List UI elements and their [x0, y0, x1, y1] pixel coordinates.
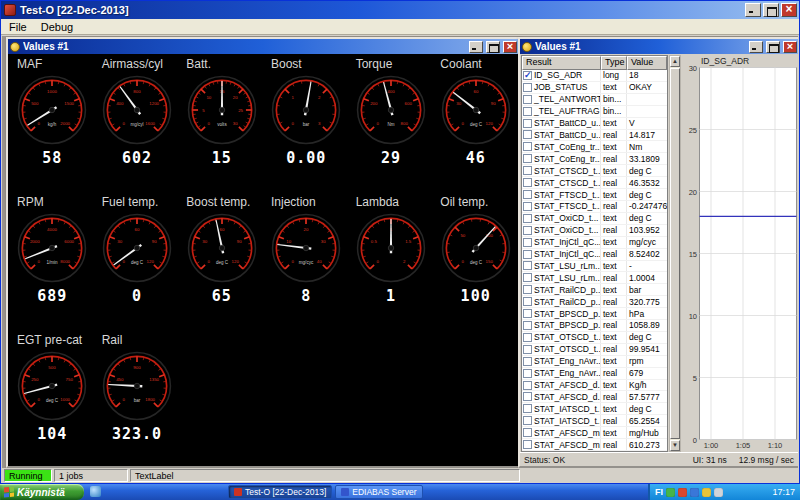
table-row[interactable]: STAT_InjCtl_qC...textmg/cyc: [522, 237, 667, 249]
minimize-button[interactable]: [745, 3, 761, 17]
table-row[interactable]: STAT_OxiCD_t...textdeg C: [522, 213, 667, 225]
row-checkbox[interactable]: [523, 440, 532, 449]
table-row[interactable]: STAT_CoEng_tr...textNm: [522, 141, 667, 153]
tray-icon-3[interactable]: [690, 488, 699, 497]
table-row[interactable]: STAT_LSU_rLm...text-: [522, 261, 667, 273]
table-row[interactable]: STAT_AFSCD_m...textmg/Hub: [522, 427, 667, 439]
table-row[interactable]: STAT_RailCD_p...textbar: [522, 284, 667, 296]
taskbar-clock[interactable]: 17:17: [772, 487, 795, 497]
close-button[interactable]: [781, 3, 797, 17]
table-row[interactable]: STAT_AFSCD_d...textKg/h: [522, 380, 667, 392]
row-checkbox[interactable]: [523, 190, 532, 199]
table-row[interactable]: ✓ID_SG_ADRlong18: [522, 70, 667, 82]
minimize-button[interactable]: [749, 41, 763, 53]
table-row[interactable]: JOB_STATUStextOKAY: [522, 82, 667, 94]
table-row[interactable]: STAT_BattCD_u...textV: [522, 118, 667, 130]
column-header-value[interactable]: Value: [627, 56, 667, 70]
row-checkbox[interactable]: [523, 392, 532, 401]
table-row[interactable]: STAT_CTSCD_t...textdeg C: [522, 165, 667, 177]
table-row[interactable]: STAT_FTSCD_t...textdeg C: [522, 189, 667, 201]
row-checkbox[interactable]: [523, 404, 532, 413]
row-checkbox[interactable]: [523, 130, 532, 139]
row-checkbox[interactable]: [523, 83, 532, 92]
row-checkbox[interactable]: [523, 142, 532, 151]
row-checkbox[interactable]: [523, 214, 532, 223]
close-button[interactable]: [783, 41, 797, 53]
row-checkbox[interactable]: [523, 285, 532, 294]
table-row[interactable]: STAT_IATSCD_t...real65.2554: [522, 415, 667, 427]
minimize-button[interactable]: [469, 41, 483, 53]
table-row[interactable]: STAT_OxiCD_t...real103.952: [522, 225, 667, 237]
quick-launch-icon[interactable]: [90, 486, 101, 497]
row-checkbox[interactable]: [523, 95, 532, 104]
row-checkbox[interactable]: [523, 357, 532, 366]
row-checkbox[interactable]: [523, 273, 532, 282]
table-row[interactable]: STAT_IATSCD_t...textdeg C: [522, 403, 667, 415]
gauge-window-titlebar[interactable]: Values #1: [8, 39, 518, 54]
column-header-result[interactable]: Result: [522, 56, 601, 70]
table-scrollbar[interactable]: ▲ ▼: [669, 55, 681, 452]
maximize-button[interactable]: [763, 3, 779, 17]
tray-icon-5[interactable]: [714, 488, 723, 497]
table-row[interactable]: STAT_InjCtl_qC...real8.52402: [522, 249, 667, 261]
table-row[interactable]: STAT_AFSCD_d...real57.5777: [522, 391, 667, 403]
result-type: text: [601, 118, 627, 129]
row-checkbox[interactable]: [523, 428, 532, 437]
tray-icon-2[interactable]: [678, 488, 687, 497]
table-row[interactable]: STAT_CoEng_tr...real33.1809: [522, 153, 667, 165]
main-titlebar[interactable]: Test-O [22-Dec-2013]: [1, 1, 799, 19]
table-row[interactable]: STAT_AFSCD_m...real610.273: [522, 439, 667, 451]
tray-icon-1[interactable]: [666, 488, 675, 497]
scrollbar-thumb[interactable]: [670, 68, 680, 439]
result-type: text: [601, 332, 627, 343]
tray-icon-4[interactable]: [702, 488, 711, 497]
scroll-down-arrow-icon[interactable]: ▼: [670, 440, 680, 451]
row-checkbox[interactable]: [523, 416, 532, 425]
row-checkbox[interactable]: [523, 250, 532, 259]
menu-file[interactable]: File: [2, 20, 34, 34]
table-row[interactable]: STAT_OTSCD_t...real99.9541: [522, 344, 667, 356]
table-row[interactable]: _TEL_AUFTRAGbin...: [522, 106, 667, 118]
table-row[interactable]: STAT_CTSCD_t...real46.3532: [522, 177, 667, 189]
row-checkbox[interactable]: [523, 309, 532, 318]
row-checkbox[interactable]: [523, 261, 532, 270]
row-checkbox[interactable]: [523, 333, 532, 342]
table-row[interactable]: STAT_BPSCD_p...texthPa: [522, 308, 667, 320]
table-row[interactable]: STAT_LSU_rLm...real1.0004: [522, 272, 667, 284]
table-window-titlebar[interactable]: Values #1: [520, 39, 798, 54]
maximize-button[interactable]: [486, 41, 500, 53]
table-row[interactable]: STAT_BPSCD_p...real1058.89: [522, 320, 667, 332]
scroll-up-arrow-icon[interactable]: ▲: [670, 56, 680, 67]
taskbar-task[interactable]: Test-O [22-Dec-2013]: [228, 485, 332, 499]
row-checkbox[interactable]: [523, 238, 532, 247]
taskbar-task[interactable]: EDIABAS Server: [335, 485, 422, 499]
row-checkbox[interactable]: [523, 321, 532, 330]
row-checkbox[interactable]: [523, 107, 532, 116]
row-checkbox[interactable]: [523, 178, 532, 187]
row-checkbox[interactable]: [523, 345, 532, 354]
row-checkbox[interactable]: [523, 166, 532, 175]
row-checkbox[interactable]: [523, 297, 532, 306]
row-checkbox[interactable]: [523, 119, 532, 128]
start-button[interactable]: Käynnistä: [0, 484, 84, 500]
table-row[interactable]: STAT_Eng_nAvr...real679: [522, 368, 667, 380]
table-row[interactable]: STAT_BattCD_u...real14.817: [522, 130, 667, 142]
menu-debug[interactable]: Debug: [34, 20, 80, 34]
gauge-title: Torque: [349, 57, 434, 72]
close-button[interactable]: [503, 41, 517, 53]
table-row[interactable]: STAT_Eng_nAvr...textrpm: [522, 356, 667, 368]
table-row[interactable]: _TEL_ANTWORTbin...: [522, 94, 667, 106]
row-checkbox[interactable]: ✓: [523, 71, 532, 80]
table-row[interactable]: STAT_RailCD_p...real320.775: [522, 296, 667, 308]
maximize-button[interactable]: [766, 41, 780, 53]
table-row[interactable]: STAT_FTSCD_t...real-0.247476: [522, 201, 667, 213]
gauge-title: EGT pre-cat: [10, 333, 95, 348]
row-checkbox[interactable]: [523, 381, 532, 390]
row-checkbox[interactable]: [523, 369, 532, 378]
row-checkbox[interactable]: [523, 154, 532, 163]
language-indicator[interactable]: FI: [655, 487, 663, 497]
row-checkbox[interactable]: [523, 226, 532, 235]
column-header-type[interactable]: Type: [601, 56, 627, 70]
table-row[interactable]: STAT_OTSCD_t...textdeg C: [522, 332, 667, 344]
row-checkbox[interactable]: [523, 202, 532, 211]
